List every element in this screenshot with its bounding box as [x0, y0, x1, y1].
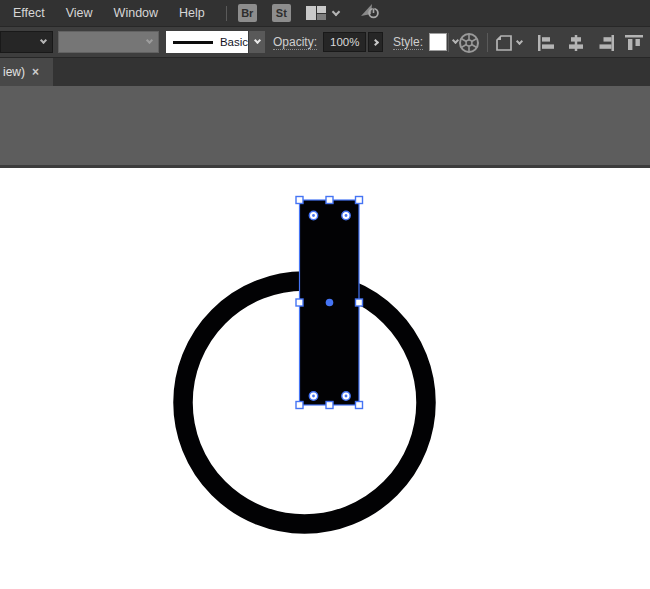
- artwork-layer: [0, 88, 650, 589]
- stroke-preview-line-icon: [173, 41, 213, 44]
- workspace-switcher[interactable]: [306, 6, 339, 20]
- selection-handle-bottom-right[interactable]: [356, 402, 363, 409]
- document-tab-label: iew): [3, 65, 25, 79]
- document-tab[interactable]: iew) ×: [0, 58, 53, 86]
- selection-handle-top-right[interactable]: [356, 197, 363, 204]
- style-label[interactable]: Style:: [393, 35, 423, 50]
- opacity-options-button[interactable]: [368, 32, 383, 52]
- horizontal-align-right-icon[interactable]: [595, 34, 615, 52]
- brush-definition-dropdown[interactable]: Basic: [166, 31, 265, 53]
- menu-window[interactable]: Window: [114, 6, 158, 20]
- stroke-weight-dropdown[interactable]: [0, 31, 53, 53]
- opacity-input[interactable]: [323, 32, 366, 52]
- tab-close-icon[interactable]: ×: [32, 66, 39, 78]
- document-tab-bar: iew) ×: [0, 58, 650, 86]
- menu-effect[interactable]: Effect: [13, 6, 45, 20]
- brush-preview-field[interactable]: Basic: [166, 31, 248, 53]
- brush-name: Basic: [220, 36, 248, 48]
- horizontal-align-center-icon[interactable]: [566, 34, 586, 52]
- menu-help[interactable]: Help: [179, 6, 205, 20]
- stock-button[interactable]: St: [272, 4, 291, 22]
- corner-widget[interactable]: [342, 392, 350, 400]
- gpu-performance-rocket-icon[interactable]: [359, 1, 381, 25]
- horizontal-align-left-icon[interactable]: [537, 34, 557, 52]
- corner-widget[interactable]: [342, 211, 350, 219]
- selection-handle-middle-right[interactable]: [356, 299, 363, 306]
- menu-view[interactable]: View: [66, 6, 93, 20]
- recolor-artwork-button[interactable]: [458, 27, 480, 58]
- selection-handle-top-center[interactable]: [326, 197, 333, 204]
- brush-dropdown-button[interactable]: [248, 31, 265, 53]
- chevron-down-icon: [332, 7, 340, 15]
- opacity-label[interactable]: Opacity:: [273, 35, 317, 50]
- width-profile-dropdown[interactable]: [58, 31, 159, 53]
- align-to-artboard-dropdown[interactable]: [495, 27, 522, 58]
- workspace-layout-icon: [306, 6, 326, 20]
- selection-handle-top-left[interactable]: [296, 197, 303, 204]
- recolor-artwork-color-wheel-icon: [458, 32, 480, 54]
- menubar-separator: [226, 6, 227, 21]
- chevron-down-icon: [516, 37, 523, 44]
- controlbar-separator: [487, 33, 488, 52]
- chevron-right-icon: [372, 38, 379, 45]
- chevron-down-icon: [40, 37, 47, 44]
- corner-widget[interactable]: [309, 392, 317, 400]
- graphic-style-swatch[interactable]: [429, 33, 447, 51]
- corner-widget[interactable]: [309, 211, 317, 219]
- controlbar-separator: [448, 33, 449, 52]
- control-bar: Basic Opacity: Style:: [0, 27, 650, 58]
- bridge-button[interactable]: Br: [238, 4, 257, 22]
- center-anchor-point[interactable]: [326, 299, 334, 307]
- align-to-artboard-dropdown-icon: [495, 34, 514, 52]
- chevron-down-icon: [146, 37, 153, 44]
- selection-handle-middle-left[interactable]: [296, 299, 303, 306]
- menu-bar: Effect View Window Help Br St: [0, 0, 650, 27]
- vertical-align-top-icon[interactable]: [624, 34, 644, 52]
- chevron-down-icon: [253, 37, 260, 44]
- selection-handle-bottom-left[interactable]: [296, 402, 303, 409]
- selection-handle-bottom-center[interactable]: [326, 402, 333, 409]
